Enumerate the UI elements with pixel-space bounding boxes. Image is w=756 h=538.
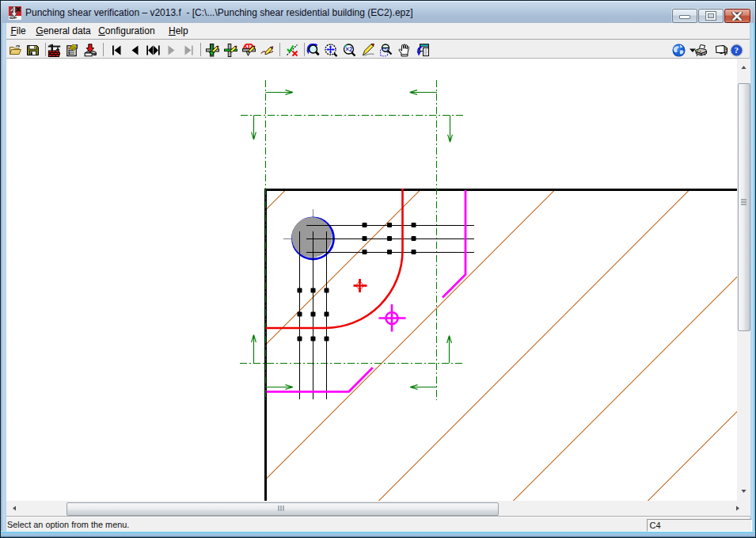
svg-text:×2: ×2 (345, 46, 353, 53)
svg-text:?: ? (734, 45, 739, 55)
